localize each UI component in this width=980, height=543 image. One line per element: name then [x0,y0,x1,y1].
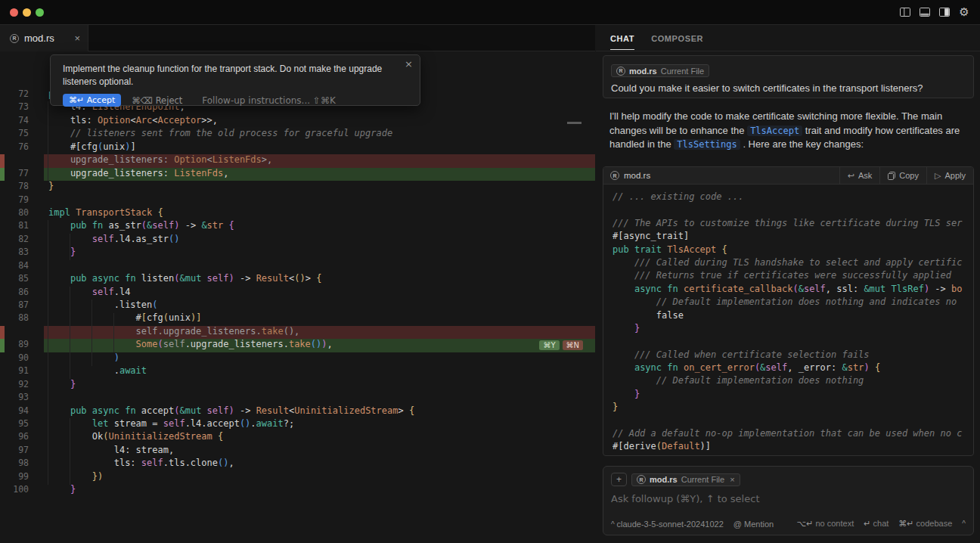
code-line: 81 pub fn as_str(&self) -> &str { [0,220,595,233]
rust-file-icon [637,475,646,484]
code-line-text: } [48,181,54,194]
code-line [612,204,973,217]
dialog-actions: ⌘↵ Accept ⌘⌫ Reject Follow-up instructio… [63,94,420,107]
accept-button[interactable]: ⌘↵ Accept [63,94,121,107]
toggle-secondary-sidebar-icon[interactable] [938,6,951,18]
code-line: 100 } [0,484,595,497]
toggle-split-editor-icon[interactable] [899,6,911,18]
code-line-text: self.l4 [48,287,130,299]
window-controls [10,8,44,17]
line-number: 73 [0,101,29,114]
code-line: // ... existing code ... [612,191,973,204]
context-file-chip[interactable]: mod.rs Current File × [631,473,740,486]
chat-tab-composer[interactable]: COMPOSER [651,26,703,49]
tab-mod-rs[interactable]: mod.rs × [0,25,88,51]
settings-gear-icon[interactable]: ⚙ [958,6,970,18]
hints-chevron-icon[interactable]: ^ [962,520,966,528]
chat-input-field[interactable]: Ask followup (⌘Y), ↑ to select [611,493,966,504]
code-line: upgrade_listeners: Option<ListenFds>, [0,154,595,167]
code-line: 75 // listeners sent from the old proces… [0,128,595,141]
code-line-text: let stream = self.l4.accept().await?; [48,418,294,431]
code-line: self.upgrade_listeners.take(), [0,326,595,339]
code-line: 92 } [0,379,595,392]
ask-button[interactable]: ↩Ask [839,167,880,184]
chat-input-box[interactable]: + mod.rs Current File × Ask followup (⌘Y… [603,466,974,535]
scrollbar-indicator[interactable] [567,122,581,124]
code-line: // Add a default no-op implementation th… [612,428,973,441]
reject-button[interactable]: ⌘⌫ Reject [132,95,182,106]
context-chip-row: + mod.rs Current File × [611,473,966,486]
add-context-button[interactable]: + [611,473,627,486]
code-line-text: pub fn as_str(&self) -> &str { [48,220,234,233]
titlebar: ⚙ [0,0,980,25]
code-editor-content[interactable]: 72pub(crate) struct TransportStack {73 l… [0,88,595,498]
code-line: 87 .listen( [0,299,595,312]
chip-remove-icon[interactable]: × [730,475,734,484]
chat-tab-chat[interactable]: CHAT [610,26,634,50]
model-selector[interactable]: ^ claude-3-5-sonnet-20241022 [611,520,724,529]
line-number: 82 [0,234,29,247]
code-line-text: upgrade_listeners: Option<ListenFds>, [48,154,272,167]
user-message-card: mod.rs Current File Could you make it ea… [603,55,974,98]
line-number: 72 [0,88,29,101]
code-line: 76 #[cfg(unix)] [0,141,595,154]
code-line: // Default implementation does nothing a… [612,296,973,309]
toggle-panel-icon[interactable] [919,6,931,18]
window-close-button[interactable] [10,8,18,17]
code-line-text: // listeners sent from the old process f… [48,128,392,141]
dialog-close-icon[interactable]: × [405,58,413,70]
line-number: 91 [0,365,29,378]
chip-file-meta: Current File [681,475,724,484]
line-number: 81 [0,220,29,233]
line-number: 97 [0,445,29,458]
code-line-text: pub async fn accept(&mut self) -> Result… [48,405,414,418]
mention-button[interactable]: @ Mention [733,520,774,529]
code-line: #[derive(Default)] [612,441,973,454]
code-line-text: .await [48,365,147,378]
hint-no-context: ⌥↵ no context [797,519,854,529]
line-number: 95 [0,418,29,431]
code-line-text: } [48,247,76,259]
mention-icon: @ [733,520,744,529]
code-line-text: .listen( [48,299,158,312]
line-number [0,154,29,167]
code-line: 79 [0,194,595,207]
code-line: 83 } [0,247,595,259]
mention-label: Mention [744,520,774,529]
code-line-text: ) [48,352,119,365]
code-line: 85 pub async fn listen(&mut self) -> Res… [0,273,595,286]
context-file-chip[interactable]: mod.rs Current File [611,64,709,77]
assistant-message-text: I'll help modify the code to make certif… [609,110,968,152]
accept-hunk-badge[interactable]: ⌘Y [539,340,559,350]
line-number: 78 [0,181,29,194]
code-line-text: #[cfg(unix)] [48,141,136,154]
code-line-text: } [48,379,76,392]
code-line: } [612,389,973,402]
line-number: 89 [0,339,29,352]
chat-input-footer: ^ claude-3-5-sonnet-20241022 @ Mention ⌥… [611,519,966,529]
window-zoom-button[interactable] [36,8,44,17]
followup-instructions-button[interactable]: Follow-up instructions... ⇧⌘K [202,95,335,106]
window-minimize-button[interactable] [23,8,31,17]
code-line: 91 .await [0,365,595,378]
code-line: // Default implementation does nothing [612,375,973,388]
code-line: 86 self.l4 [0,287,595,299]
copy-button[interactable]: Copy [879,167,926,184]
chip-file-meta: Current File [661,67,704,76]
code-line: /// The APIs to customize things like ce… [612,218,973,231]
diff-hunk-badges: ⌘Y⌘N [539,340,583,350]
reject-hunk-badge[interactable]: ⌘N [563,340,583,350]
apply-button[interactable]: ▷Apply [926,167,973,184]
code-line: 97 l4: stream, [0,445,595,458]
code-line-text: }) [48,471,103,484]
code-line-text: tls: Option<Arc<Acceptor>>, [48,115,218,128]
line-number [0,326,29,339]
code-line-text: upgrade_listeners: ListenFds, [48,168,228,181]
chat-header: CHATCOMPOSER [596,25,980,51]
line-number: 83 [0,247,29,259]
rust-file-icon [616,67,625,76]
code-line: 78} [0,181,595,194]
app-window: ⚙ mod.rs × × Implement the cleanup funct… [0,0,980,543]
tab-close-icon[interactable]: × [74,33,80,44]
hint-chat: ↵ chat [864,519,889,529]
